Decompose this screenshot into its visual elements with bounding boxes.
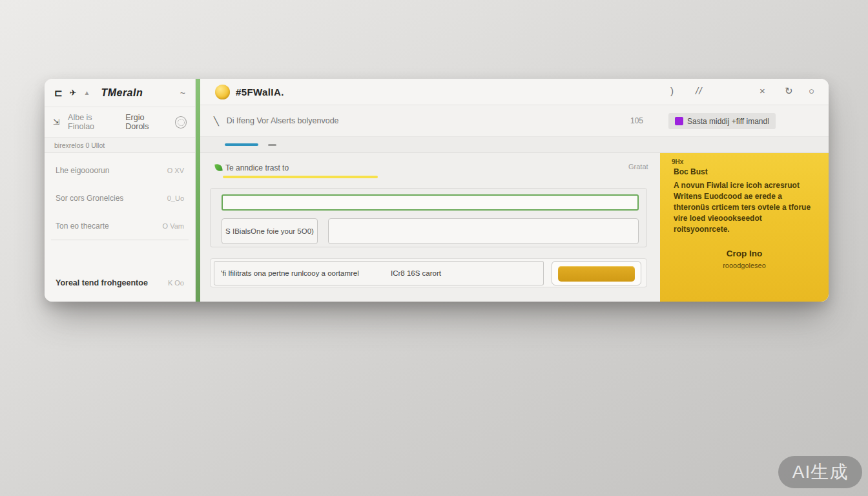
list-item[interactable]: Lhe eigoooorun O XV bbox=[45, 156, 195, 184]
list-item-label: Ton eo thecarte bbox=[56, 222, 109, 231]
primary-input[interactable] bbox=[222, 194, 639, 211]
submit-button[interactable] bbox=[558, 266, 635, 282]
circle-icon[interactable]: ○ bbox=[809, 85, 814, 96]
badge-square-icon bbox=[675, 117, 683, 125]
amount-hint-box[interactable]: S IBialsOne foie your 5O0) bbox=[222, 218, 318, 244]
app-window: ⊏ ✈ ▲ TMeraIn ~ ⇲ Albe is Finolao Ergio … bbox=[45, 79, 829, 302]
promo-body: A novun Fiwlal icre icoh acresruot Write… bbox=[674, 180, 812, 235]
list-item-value: O XV bbox=[167, 167, 184, 174]
list-item[interactable]: Ton eo thecarte O Vam bbox=[45, 212, 195, 240]
highlight-underline bbox=[223, 176, 378, 178]
refresh-icon[interactable]: ↻ bbox=[785, 85, 793, 97]
coin-icon bbox=[215, 85, 230, 99]
tab-arrow-icon: ⇲ bbox=[53, 118, 59, 127]
promo-tag: 9Hx bbox=[672, 158, 817, 165]
promo-cta[interactable]: Crop Ino bbox=[660, 249, 829, 258]
close-icon[interactable]: × bbox=[760, 85, 765, 96]
content-area: Te anndice trast to Gratat S IBialsOne f… bbox=[200, 153, 829, 302]
sidebar-total-row[interactable]: Yoreal tend frohgeentoe K Oo bbox=[45, 269, 195, 296]
total-label: Yoreal tend frohgeentoe bbox=[56, 278, 148, 287]
curve-icon[interactable]: ) bbox=[670, 85, 674, 96]
plane-icon: ✈ bbox=[70, 88, 77, 98]
status-badge[interactable]: Sasta middij +fiff imandl bbox=[668, 113, 776, 129]
badge-label: Sasta middij +fiff imandl bbox=[687, 117, 769, 126]
search-bar[interactable]: ╲ Di Ifeng Vor Alserts bolyenvode 105 Sa… bbox=[200, 105, 829, 137]
filter-input[interactable]: 'fi Ifilitrats ona pertne runlcooy a oor… bbox=[214, 261, 384, 285]
sidebar-list: Lhe eigoooorun O XV Sor cors Gronelcies … bbox=[45, 153, 195, 296]
inactive-tab-indicator[interactable] bbox=[268, 144, 276, 146]
leaf-icon bbox=[214, 163, 222, 171]
promo-cta-sub: rooodgoleseo bbox=[660, 262, 829, 269]
tab-strip bbox=[200, 137, 829, 153]
status-right-label: Gratat bbox=[628, 163, 648, 170]
bracket-icon: ⊏ bbox=[54, 87, 63, 99]
total-value: K Oo bbox=[168, 279, 184, 287]
search-icon: ╲ bbox=[214, 116, 219, 126]
triangle-icon: ▲ bbox=[83, 89, 90, 96]
sidebar-subrow: birexrelos 0 Ullot bbox=[45, 137, 195, 153]
secondary-input[interactable] bbox=[328, 218, 639, 244]
slashes-icon[interactable]: // bbox=[696, 85, 702, 96]
sidebar: ⊏ ✈ ▲ TMeraIn ~ ⇲ Albe is Finolao Ergio … bbox=[45, 79, 196, 302]
sidebar-tab-1[interactable]: Albe is Finolao bbox=[68, 113, 117, 131]
list-item[interactable]: Sor cors Gronelcies 0_Uo bbox=[45, 184, 195, 212]
promo-panel: 9Hx Boc Bust A novun Fiwlal icre icoh ac… bbox=[660, 153, 829, 302]
promo-title: Boc Bust bbox=[674, 167, 817, 176]
cart-input[interactable]: ICr8 16S carort bbox=[383, 261, 544, 285]
sidebar-tab-2[interactable]: Ergio Dorols bbox=[125, 113, 167, 131]
globe-icon[interactable] bbox=[175, 116, 187, 129]
collapse-chevron-icon[interactable]: ~ bbox=[180, 88, 185, 98]
list-item-label: Lhe eigoooorun bbox=[56, 166, 109, 175]
search-query: Di Ifeng Vor Alserts bolyenvode bbox=[227, 116, 339, 125]
main-header: #5FWalIA. ) // × ↻ ○ bbox=[200, 79, 829, 105]
status-row: Te anndice trast to Gratat bbox=[200, 153, 660, 188]
filter-card: 'fi Ifilitrats ona pertne runlcooy a oor… bbox=[210, 258, 647, 287]
result-count: 105 bbox=[630, 116, 643, 125]
main-title: #5FWalIA. bbox=[236, 87, 284, 98]
sidebar-tabs: ⇲ Albe is Finolao Ergio Dorols bbox=[45, 107, 195, 137]
main-area: #5FWalIA. ) // × ↻ ○ ╲ Di Ifeng Vor Alse… bbox=[200, 79, 829, 302]
app-title: TMeraIn bbox=[101, 87, 143, 99]
form-card: S IBialsOne foie your 5O0) bbox=[210, 188, 647, 247]
accent-strip bbox=[196, 79, 200, 302]
list-item-label: Sor cors Gronelcies bbox=[56, 194, 123, 203]
list-item-value: 0_Uo bbox=[167, 194, 184, 202]
ai-watermark: AI生成 bbox=[778, 456, 862, 488]
status-label: Te anndice trast to bbox=[225, 163, 289, 172]
list-item-value: O Vam bbox=[163, 222, 184, 230]
sidebar-header: ⊏ ✈ ▲ TMeraIn ~ bbox=[45, 79, 195, 107]
submit-button-card bbox=[552, 261, 641, 285]
active-tab-indicator[interactable] bbox=[225, 143, 258, 146]
divider bbox=[51, 240, 189, 240]
